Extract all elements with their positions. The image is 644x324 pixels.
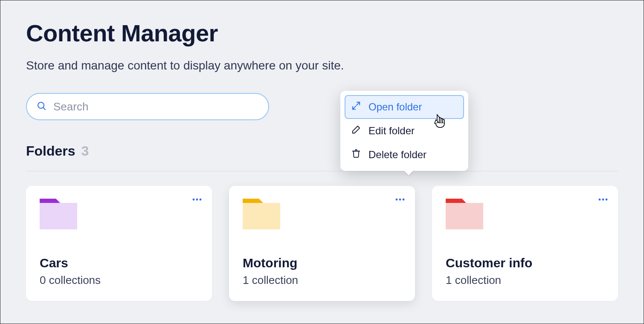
folder-name: Motoring bbox=[243, 256, 401, 270]
trash-icon bbox=[351, 149, 361, 161]
svg-point-3 bbox=[196, 199, 198, 201]
menu-item-label: Open folder bbox=[368, 101, 422, 113]
svg-point-4 bbox=[200, 199, 202, 201]
svg-point-9 bbox=[403, 199, 405, 201]
more-button[interactable] bbox=[394, 195, 406, 204]
svg-marker-16 bbox=[446, 199, 466, 203]
menu-item-label: Edit folder bbox=[368, 125, 415, 137]
svg-point-2 bbox=[193, 199, 195, 201]
page-subtitle: Store and manage content to display anyw… bbox=[26, 59, 618, 72]
svg-point-8 bbox=[399, 199, 401, 201]
folder-card-cars[interactable]: Cars 0 collections bbox=[26, 186, 212, 301]
folder-subtitle: 1 collection bbox=[446, 274, 604, 287]
folder-subtitle: 0 collections bbox=[40, 274, 198, 287]
content-manager-page: Content Manager Store and manage content… bbox=[0, 0, 644, 301]
menu-item-label: Delete folder bbox=[368, 149, 426, 161]
folder-icon bbox=[40, 199, 77, 229]
svg-point-7 bbox=[396, 199, 398, 201]
more-button[interactable] bbox=[191, 195, 203, 204]
search-icon bbox=[36, 101, 46, 113]
menu-item-open-folder[interactable]: Open folder bbox=[345, 95, 464, 119]
menu-item-edit-folder[interactable]: Edit folder bbox=[345, 119, 464, 143]
svg-line-17 bbox=[357, 102, 360, 105]
folder-cards: Cars 0 collections Motoring 1 collection bbox=[26, 186, 618, 301]
more-button[interactable] bbox=[597, 195, 609, 204]
folder-subtitle: 1 collection bbox=[243, 274, 401, 287]
svg-point-14 bbox=[606, 199, 608, 201]
search-field[interactable] bbox=[26, 93, 269, 120]
svg-rect-5 bbox=[40, 203, 77, 229]
folders-label: Folders bbox=[26, 143, 75, 159]
folders-header: Folders 3 bbox=[26, 143, 618, 159]
folders-count: 3 bbox=[81, 143, 89, 159]
menu-item-delete-folder[interactable]: Delete folder bbox=[345, 143, 464, 167]
svg-marker-6 bbox=[40, 199, 60, 203]
svg-line-18 bbox=[353, 106, 356, 109]
svg-point-13 bbox=[602, 199, 604, 201]
folder-icon bbox=[446, 199, 483, 229]
context-menu: Open folder Edit folder Delete folder bbox=[340, 91, 468, 171]
divider bbox=[26, 171, 618, 171]
search-input[interactable] bbox=[53, 100, 259, 113]
folder-card-customer-info[interactable]: Customer info 1 collection bbox=[432, 186, 618, 301]
page-title: Content Manager bbox=[26, 19, 618, 47]
svg-line-1 bbox=[44, 108, 46, 110]
svg-rect-15 bbox=[446, 203, 483, 229]
folder-name: Cars bbox=[40, 256, 198, 270]
svg-point-12 bbox=[599, 199, 601, 201]
folder-card-motoring[interactable]: Motoring 1 collection bbox=[229, 186, 415, 301]
svg-rect-10 bbox=[243, 203, 280, 229]
svg-marker-11 bbox=[243, 199, 263, 203]
expand-icon bbox=[351, 101, 361, 113]
folder-icon bbox=[243, 199, 280, 229]
folder-name: Customer info bbox=[446, 256, 604, 270]
pencil-icon bbox=[351, 125, 361, 137]
